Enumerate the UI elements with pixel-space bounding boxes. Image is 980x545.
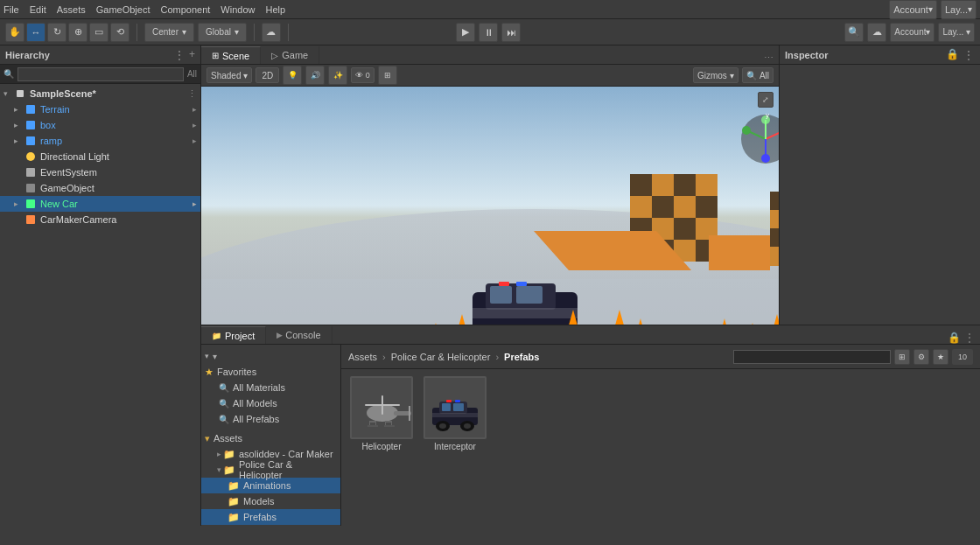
scene-effects-icon[interactable]: ✨ (328, 66, 347, 85)
svg-marker-47 (709, 235, 770, 270)
hidden-objects-dropdown[interactable]: 👁 0 (351, 67, 374, 83)
hierarchy-search-input[interactable] (18, 67, 184, 81)
rect-tool[interactable]: ▭ (89, 23, 108, 42)
svg-rect-106 (369, 421, 376, 423)
breadcrumb-assets[interactable]: Assets (348, 352, 377, 362)
scene-lighting-icon[interactable]: 💡 (283, 66, 302, 85)
search-services-button[interactable]: 🔍 (844, 23, 864, 42)
svg-point-121 (439, 423, 446, 429)
scene-viewport[interactable]: y ⤢ (201, 87, 779, 325)
svg-rect-18 (652, 196, 674, 218)
shading-dropdown[interactable]: Shaded ▾ (206, 67, 252, 83)
asset-star-icon[interactable]: ★ (933, 349, 948, 365)
project-tree: ▾ ▾ ★ Favorites 🔍 All Materials 🔍 All (201, 345, 341, 526)
asset-filter-icon[interactable]: ⊞ (894, 349, 910, 365)
favorites-item[interactable]: ★ Favorites (201, 364, 340, 380)
asset-settings-icon[interactable]: ⚙ (914, 349, 929, 365)
interceptor-asset[interactable]: Interceptor (422, 376, 488, 451)
menu-gameobject[interactable]: GameObject (96, 4, 150, 15)
eventsystem-item[interactable]: ▸ EventSystem (0, 164, 200, 180)
game-tab-label: Game (282, 50, 308, 60)
carmaker-camera-item[interactable]: ▸ CarMakerCamera (0, 212, 200, 227)
project-lock-icon[interactable]: 🔒 (948, 332, 961, 344)
menu-help[interactable]: Help (265, 4, 285, 15)
collab-button[interactable]: ☁ (262, 23, 281, 42)
2d-button[interactable]: 2D (256, 67, 279, 83)
models-folder[interactable]: 📁 Models (201, 493, 340, 509)
gizmos-dropdown[interactable]: Gizmos ▾ (693, 67, 738, 83)
hand-tool[interactable]: ✋ (5, 23, 24, 42)
box-item[interactable]: ▸ box ▸ (0, 117, 200, 133)
game-tab[interactable]: ▷ Game (261, 46, 319, 64)
all-models-item[interactable]: 🔍 All Models (201, 395, 340, 411)
collapse-button[interactable]: ▾ ▾ (201, 348, 340, 364)
scene-expand-button[interactable]: ⤢ (758, 92, 774, 108)
newcar-item[interactable]: ▸ New Car ▸ (0, 196, 200, 212)
search-all-dropdown[interactable]: 🔍 All (742, 67, 774, 83)
scene-tab[interactable]: ⊞ Scene (201, 46, 261, 64)
asset-search-input[interactable] (733, 350, 891, 364)
inspector-menu-icon[interactable]: ⋮ (962, 48, 975, 62)
newcar-chevron: ▸ (192, 199, 197, 208)
gameobject-item[interactable]: ▸ GameObject (0, 180, 200, 196)
project-menu-icon[interactable]: ⋮ (964, 332, 975, 344)
rotate-tool[interactable]: ↻ (47, 23, 66, 42)
scene-lock-icon[interactable]: ⋯ (764, 52, 774, 64)
menu-edit[interactable]: Edit (30, 4, 46, 15)
box-arrow: ▸ (14, 121, 24, 129)
play-button[interactable]: ▶ (456, 23, 475, 42)
all-prefabs-item[interactable]: 🔍 All Prefabs (201, 411, 340, 427)
box-label: box (40, 120, 56, 130)
scene-grid-icon[interactable]: ⊞ (378, 66, 397, 85)
directional-light-item[interactable]: ▸ Directional Light (0, 149, 200, 164)
menu-window[interactable]: Window (220, 4, 255, 15)
prefabs-folder[interactable]: 📁 Prefabs (201, 509, 340, 525)
asset-search-bar: ⊞ ⚙ ★ 10 (733, 349, 973, 365)
models-folder-icon: 📁 (228, 496, 240, 507)
scene-menu[interactable]: ⋮ (187, 88, 197, 100)
police-folder-icon: 📁 (223, 465, 235, 476)
svg-rect-16 (696, 174, 718, 196)
layer-top-button[interactable]: Lay... ▾ (938, 23, 975, 42)
move-tool[interactable]: ↔ (26, 23, 46, 42)
helicopter-asset[interactable]: Helicopter (348, 376, 415, 451)
account-top-button[interactable]: Account ▾ (890, 23, 934, 42)
carmakercamera-label: CarMakerCamera (40, 214, 116, 225)
all-materials-item[interactable]: 🔍 All Materials (201, 380, 340, 395)
menu-file[interactable]: File (4, 4, 19, 15)
menu-component[interactable]: Component (160, 4, 210, 15)
pivot-center-button[interactable]: Center ▾ (144, 23, 194, 42)
ramp-item[interactable]: ▸ ramp ▸ (0, 133, 200, 149)
terrain-item[interactable]: ▸ Terrain ▸ (0, 101, 200, 117)
scene-svg: y (201, 87, 779, 325)
hierarchy-add-icon[interactable]: + (189, 48, 195, 62)
ramp-icon (24, 135, 37, 147)
nc-arrow: ▸ (14, 199, 24, 208)
console-tab[interactable]: ▶ Console (266, 326, 332, 344)
eventsystem-icon (24, 166, 37, 178)
transform-tool[interactable]: ⟲ (110, 23, 130, 42)
breadcrumb-prefabs[interactable]: Prefabs (504, 352, 539, 362)
scenes-sub-folder[interactable]: 📁 Scenes (201, 525, 340, 526)
interceptor-thumbnail (424, 376, 486, 439)
police-car-folder[interactable]: ▾ 📁 Police Car & Helicopter (201, 462, 340, 478)
account-button[interactable]: Account ▾ (889, 0, 937, 19)
svg-rect-13 (630, 174, 652, 196)
scale-tool[interactable]: ⊕ (68, 23, 88, 42)
hierarchy-menu-icon[interactable]: ⋮ (173, 48, 186, 62)
assets-root-item[interactable]: ▾ Assets (201, 430, 340, 446)
menu-assets[interactable]: Assets (57, 4, 86, 15)
inspector-lock-icon[interactable]: 🔒 (946, 48, 959, 62)
breadcrumb-police[interactable]: Police Car & Helicopter (391, 352, 491, 362)
layer-button[interactable]: Lay... ▾ (941, 0, 976, 19)
svg-rect-17 (630, 196, 652, 218)
pause-button[interactable]: ⏸ (479, 23, 498, 42)
scene-audio-icon[interactable]: 🔊 (305, 66, 325, 85)
step-button[interactable]: ⏭ (501, 23, 521, 42)
project-tab[interactable]: 📁 Project (201, 326, 266, 344)
svg-rect-107 (385, 421, 392, 423)
global-local-button[interactable]: Global ▾ (198, 23, 247, 42)
scene-root[interactable]: ▾ SampleScene* ⋮ (0, 86, 200, 101)
svg-rect-113 (384, 425, 395, 427)
cloud-button[interactable]: ☁ (867, 23, 886, 42)
